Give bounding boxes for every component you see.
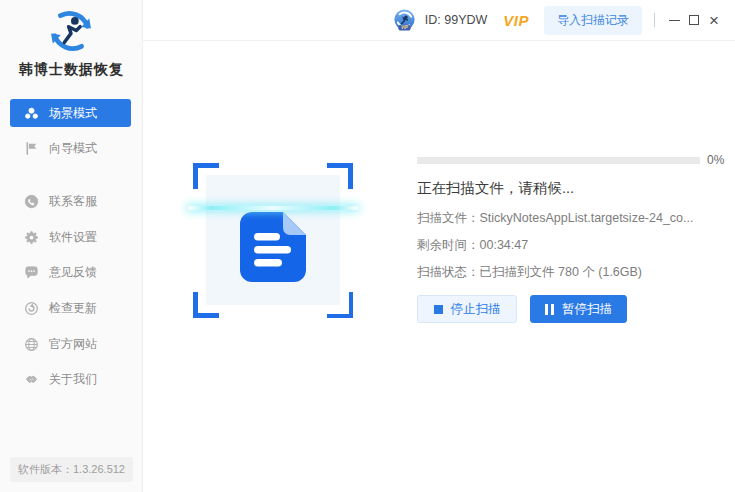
app-window: 韩博士数据恢复 场景模式 向导模式 联系客服 <box>0 0 735 492</box>
sidebar-item-official-website[interactable]: 官方网站 <box>10 330 131 358</box>
gear-icon <box>24 230 39 245</box>
import-scan-records-button[interactable]: 导入扫描记录 <box>544 6 642 35</box>
scan-frame-corner-icon <box>327 292 353 318</box>
remaining-time-value: 00:34:47 <box>480 238 529 252</box>
sidebar-item-label: 软件设置 <box>49 229 97 246</box>
scan-state-value: 已扫描到文件 780 个 (1.6GB) <box>480 265 643 279</box>
globe-icon <box>24 337 39 352</box>
scan-frame-corner-icon <box>327 163 353 189</box>
scan-file-label: 扫描文件： <box>417 211 480 225</box>
sidebar-item-label: 联系客服 <box>49 193 97 210</box>
stop-icon <box>434 305 443 314</box>
app-logo-icon <box>47 7 95 55</box>
update-icon <box>24 301 39 316</box>
phone-icon <box>24 194 39 209</box>
scan-status-heading: 正在扫描文件，请稍候... <box>417 179 574 198</box>
pause-scan-label: 暂停扫描 <box>562 301 612 318</box>
scan-frame-corner-icon <box>193 163 219 189</box>
remaining-time-row: 剩余时间：00:34:47 <box>417 237 528 254</box>
maximize-icon <box>689 15 699 25</box>
close-button[interactable]: × <box>704 0 724 40</box>
sidebar-item-wizard-mode[interactable]: 向导模式 <box>10 134 131 162</box>
vip-badge[interactable]: VIP <box>503 12 529 29</box>
comment-icon <box>24 265 39 280</box>
sidebar-item-about-us[interactable]: 关于我们 <box>10 365 131 393</box>
sidebar-item-label: 检查更新 <box>49 300 97 317</box>
user-avatar[interactable]: VIP <box>392 8 417 33</box>
flag-icon <box>24 141 39 156</box>
sidebar-item-check-updates[interactable]: 检查更新 <box>10 294 131 322</box>
stop-scan-label: 停止扫描 <box>451 301 501 318</box>
pause-icon <box>545 304 554 315</box>
scan-state-label: 扫描状态： <box>417 265 480 279</box>
scan-beam <box>188 206 358 210</box>
software-version: 软件版本：1.3.26.512 <box>10 457 133 482</box>
progress-row: 0% <box>417 153 725 167</box>
sidebar-item-label: 意见反馈 <box>49 264 97 281</box>
sidebar-item-label: 官方网站 <box>49 336 97 353</box>
group-icon <box>24 106 39 121</box>
scan-frame-corner-icon <box>193 292 219 318</box>
scan-controls: 停止扫描 暂停扫描 <box>417 295 627 323</box>
scan-file-row: 扫描文件：StickyNotesAppList.targetsize-24_co… <box>417 210 694 227</box>
svg-text:VIP: VIP <box>401 25 408 30</box>
titlebar: VIP ID: 99YDW VIP 导入扫描记录 × <box>143 0 735 41</box>
scan-animation <box>193 163 353 318</box>
document-icon <box>240 212 306 282</box>
scan-page: 0% 正在扫描文件，请稍候... 扫描文件：StickyNotesAppList… <box>143 41 735 492</box>
minimize-button[interactable] <box>664 0 684 40</box>
sidebar-item-label: 向导模式 <box>49 140 97 157</box>
sidebar-item-settings[interactable]: 软件设置 <box>10 223 131 251</box>
sidebar-item-contact-support[interactable]: 联系客服 <box>10 187 131 215</box>
minimize-icon <box>669 20 680 21</box>
progress-bar <box>417 157 700 164</box>
stop-scan-button[interactable]: 停止扫描 <box>417 295 517 323</box>
remaining-time-label: 剩余时间： <box>417 238 480 252</box>
titlebar-divider <box>654 13 655 27</box>
sidebar-item-label: 场景模式 <box>49 105 97 122</box>
user-id: ID: 99YDW <box>425 13 488 27</box>
maximize-button[interactable] <box>684 0 704 40</box>
app-title: 韩博士数据恢复 <box>0 61 143 79</box>
progress-percent: 0% <box>707 153 724 167</box>
sidebar-item-label: 关于我们 <box>49 371 97 388</box>
close-icon: × <box>709 12 719 29</box>
sidebar: 韩博士数据恢复 场景模式 向导模式 联系客服 <box>0 0 143 492</box>
scan-state-row: 扫描状态：已扫描到文件 780 个 (1.6GB) <box>417 264 642 281</box>
sidebar-item-feedback[interactable]: 意见反馈 <box>10 258 131 286</box>
scan-file-value: StickyNotesAppList.targetsize-24_co... <box>480 211 694 225</box>
sidebar-item-scene-mode[interactable]: 场景模式 <box>10 99 131 127</box>
handshake-icon <box>24 372 39 387</box>
pause-scan-button[interactable]: 暂停扫描 <box>530 295 627 323</box>
